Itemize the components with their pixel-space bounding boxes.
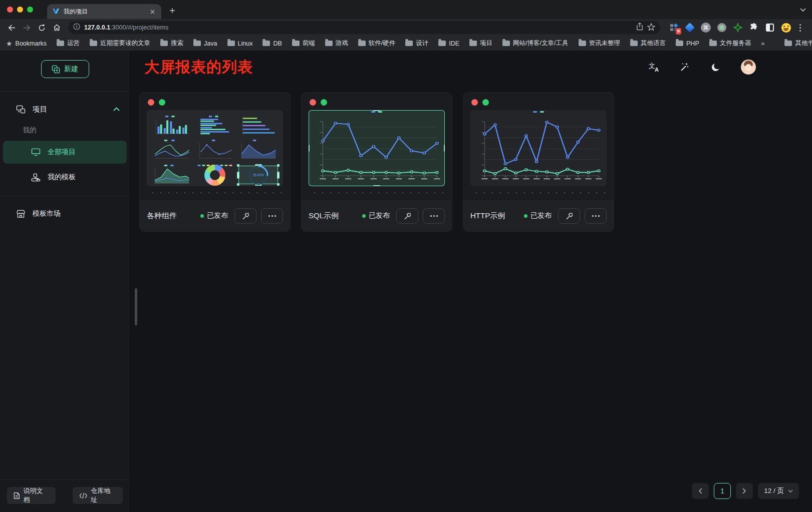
forward-icon[interactable]	[20, 21, 33, 34]
card-footer: HTTP示例 已发布	[463, 200, 614, 231]
card-thumbnail[interactable]	[470, 110, 607, 186]
code-icon	[79, 492, 88, 499]
dark-mode-moon-icon[interactable]	[710, 62, 721, 73]
edit-hammer-button[interactable]	[234, 208, 256, 224]
extensions-area: 9 ⌘	[665, 22, 807, 33]
bookmark-folder[interactable]: 游戏	[325, 39, 348, 48]
bookmark-folder[interactable]: 近期需要读的文章	[90, 39, 150, 48]
bookmark-folder[interactable]: 运营	[57, 39, 80, 48]
folder-icon	[57, 41, 64, 46]
page-size-select[interactable]: 12 / 页	[758, 483, 799, 499]
docs-button[interactable]: 说明文档	[7, 487, 56, 504]
green-star-extension-icon[interactable]	[732, 22, 743, 33]
project-card[interactable]: 25.00% 各种组件 已发布	[139, 92, 291, 232]
reload-icon[interactable]	[35, 21, 48, 34]
ellipsis-icon	[430, 215, 438, 217]
share-icon[interactable]	[636, 23, 643, 33]
new-project-button[interactable]: 新建	[41, 60, 89, 78]
user-avatar[interactable]	[741, 60, 756, 75]
bookmark-folder[interactable]: 其他语言	[630, 39, 666, 48]
card-title: SQL示例	[309, 211, 358, 221]
browser-menu-icon[interactable]	[796, 24, 804, 32]
bookmark-folder[interactable]: IDE	[438, 40, 459, 47]
tab-close-icon[interactable]	[148, 8, 156, 16]
folder-icon	[405, 41, 413, 46]
bookmark-folder[interactable]: DB	[262, 40, 282, 47]
bookmark-star-icon[interactable]	[647, 23, 655, 33]
magic-wand-icon[interactable]	[679, 62, 690, 73]
bookmarks-overflow-chevron[interactable]: »	[761, 40, 764, 47]
sidebar-item-my-templates[interactable]: 我的模板	[3, 166, 127, 189]
bookmark-folder[interactable]: 设计	[405, 39, 428, 48]
address-bar[interactable]: 127.0.0.1:3000/#/project/items	[68, 21, 660, 34]
bookmark-folder[interactable]: 网站/博客/文章/工具	[502, 39, 568, 48]
close-window-button[interactable]	[7, 7, 13, 13]
back-icon[interactable]	[5, 21, 18, 34]
bookmark-folder[interactable]: 前端	[292, 39, 315, 48]
card-thumbnail-selected[interactable]	[309, 110, 445, 186]
more-options-button[interactable]	[261, 208, 283, 224]
content-scrollbar[interactable]	[135, 288, 137, 325]
bookmark-folder[interactable]: 资讯未整理	[579, 39, 621, 48]
bookmarks-manager[interactable]: ★Bookmarks	[6, 40, 47, 48]
more-options-button[interactable]	[585, 208, 607, 224]
bookmark-folder[interactable]: 搜索	[160, 39, 183, 48]
donut-ring	[204, 165, 225, 186]
mini-donut-chart	[194, 164, 236, 186]
fullscreen-window-button[interactable]	[27, 7, 33, 13]
emoji-extension-icon[interactable]	[780, 22, 791, 33]
folder-icon	[630, 41, 638, 46]
prev-page-button[interactable]	[692, 483, 709, 499]
bookmark-folder[interactable]: 项目	[469, 39, 492, 48]
bookmark-folder[interactable]: PHP	[676, 40, 699, 47]
chevron-up-icon[interactable]	[113, 107, 120, 111]
tab-title: 我的项目	[64, 8, 144, 16]
bookmark-folder[interactable]: 软件/硬件	[358, 39, 395, 48]
project-card[interactable]: SQL示例 已发布	[301, 92, 452, 232]
bookmark-folder[interactable]: Java	[193, 40, 217, 47]
gem-extension-icon[interactable]	[684, 22, 695, 33]
sidebar-item-template-market[interactable]: 模板市场	[0, 202, 130, 225]
card-traffic-dots	[463, 93, 614, 110]
page-number-button[interactable]: 1	[714, 483, 731, 499]
card-thumbnail[interactable]: 25.00%	[147, 110, 283, 186]
tab-search-chevron-icon[interactable]	[800, 5, 806, 14]
dark-mode-extension-icon[interactable]	[764, 22, 775, 33]
grid-extension-icon[interactable]: 9	[668, 22, 679, 33]
sidebar-item-all-projects[interactable]: 全部项目	[3, 141, 127, 164]
next-page-button[interactable]	[736, 483, 753, 499]
dotted-separator	[470, 186, 607, 199]
sidebar-sublabel-mine: 我的	[0, 121, 130, 140]
mini-gauge-selected[interactable]: 25.00%	[237, 164, 279, 186]
home-icon[interactable]	[50, 21, 63, 34]
repo-button[interactable]: 仓库地址	[73, 487, 123, 504]
folder-icon	[358, 41, 366, 46]
project-card[interactable]: HTTP示例 已发布	[463, 92, 614, 232]
folder-icon	[262, 41, 270, 46]
mini-hbar-chart-2	[237, 114, 279, 137]
publish-status: 已发布	[200, 211, 228, 220]
folder-icon	[676, 41, 683, 46]
puzzle-extensions-icon[interactable]	[748, 22, 759, 33]
command-extension-icon[interactable]: ⌘	[700, 22, 711, 33]
edit-hammer-button[interactable]	[396, 208, 418, 224]
browser-tab[interactable]: 我的项目	[47, 4, 161, 19]
folder-icon	[502, 41, 510, 46]
sidebar: 新建 项目 我的 全部项目	[0, 51, 130, 512]
selection-box: 25.00%	[238, 166, 278, 184]
language-icon[interactable]: 文A	[649, 62, 659, 72]
more-options-button[interactable]	[423, 208, 445, 224]
publish-status: 已发布	[524, 211, 552, 220]
card-title: 各种组件	[147, 211, 196, 221]
sidebar-group-projects[interactable]: 项目	[0, 98, 130, 121]
other-bookmarks-folder[interactable]: 其他书签	[784, 39, 812, 48]
circle-extension-icon[interactable]	[716, 22, 727, 33]
bookmark-folder[interactable]: Linux	[227, 40, 253, 47]
minimize-window-button[interactable]	[17, 7, 23, 13]
site-info-icon[interactable]	[73, 23, 80, 32]
folder-icon	[160, 41, 168, 46]
edit-hammer-button[interactable]	[558, 208, 580, 224]
new-tab-button[interactable]	[165, 4, 179, 18]
bookmark-folder[interactable]: 文件服务器	[709, 39, 751, 48]
folder-icon	[193, 41, 201, 46]
